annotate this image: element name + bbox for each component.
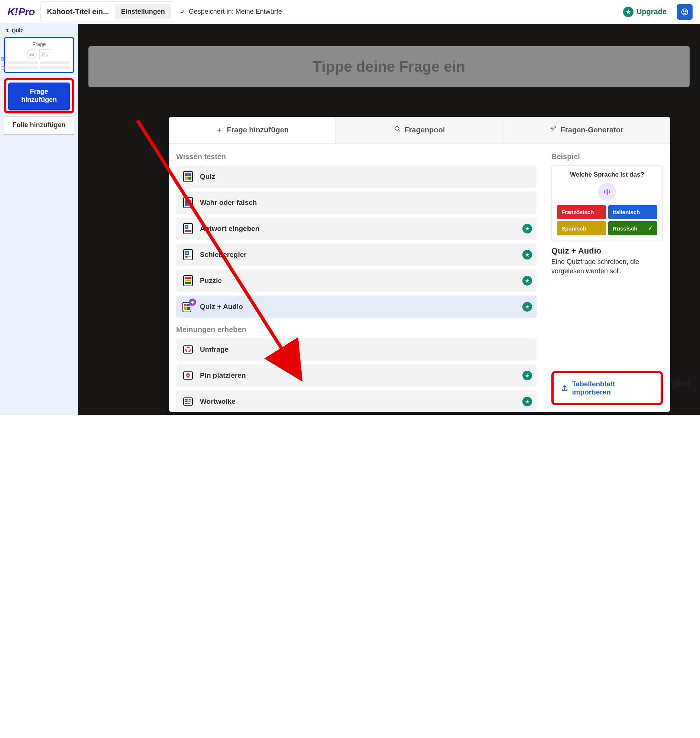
svg-point-2 xyxy=(685,10,686,12)
svg-rect-25 xyxy=(185,280,191,281)
svg-rect-41 xyxy=(189,399,191,401)
section-opinion: Meinungen erheben xyxy=(176,325,537,334)
example-answer-4: Russisch✓ xyxy=(608,221,657,235)
premium-icon: ★ xyxy=(522,224,532,233)
option-type-answer[interactable]: T Antwort eingeben ★ xyxy=(176,218,537,240)
true-false-icon xyxy=(181,196,195,209)
svg-point-1 xyxy=(683,10,684,12)
option-true-false[interactable]: Wahr oder falsch xyxy=(176,191,537,214)
check-icon: ✓ xyxy=(648,225,653,231)
audio-icon xyxy=(598,183,616,201)
tab-add-question[interactable]: ＋ Frage hinzufügen xyxy=(169,117,335,143)
svg-rect-32 xyxy=(191,302,192,303)
delete-icon[interactable]: 🗑 xyxy=(1,64,6,70)
svg-rect-10 xyxy=(188,177,191,180)
import-spreadsheet-button[interactable]: Tabellenblatt importieren xyxy=(551,371,663,405)
slides-sidebar: 1 Quiz Frage 20 ⧉ 🗑 Frage hinzufügen Fol… xyxy=(0,24,78,415)
svg-point-4 xyxy=(44,53,45,54)
svg-rect-40 xyxy=(185,399,188,401)
example-answer-2: Italienisch xyxy=(608,205,657,219)
thumb-image-placeholder xyxy=(40,49,51,59)
svg-point-38 xyxy=(187,374,189,376)
slide-label: 1 Quiz xyxy=(4,28,74,34)
add-question-button[interactable]: Frage hinzufügen xyxy=(8,82,70,109)
svg-point-5 xyxy=(395,127,399,131)
slide-thumbnail[interactable]: Frage 20 xyxy=(4,37,74,73)
theme-button[interactable] xyxy=(677,4,693,20)
svg-rect-33 xyxy=(192,301,193,304)
saved-label: Gespeichert in: Meine Entwürfe xyxy=(189,8,282,16)
logo-pro: Pro xyxy=(19,6,35,18)
svg-rect-7 xyxy=(185,173,188,176)
import-label: Tabellenblatt importieren xyxy=(572,380,653,396)
duplicate-icon[interactable]: ⧉ xyxy=(1,56,6,62)
poll-icon xyxy=(181,343,195,356)
premium-icon: ★ xyxy=(522,276,532,286)
svg-rect-9 xyxy=(185,177,188,180)
option-wordcloud[interactable]: Wortwolke ★ xyxy=(176,390,537,412)
side-panel-peek: gen xyxy=(671,377,690,389)
example-label: Beispiel xyxy=(551,152,663,161)
svg-rect-17 xyxy=(185,230,191,232)
option-puzzle[interactable]: Puzzle ★ xyxy=(176,270,537,292)
slider-icon: 10 xyxy=(181,248,195,261)
pin-icon xyxy=(181,369,195,382)
upgrade-link[interactable]: ★ Upgrade xyxy=(623,7,666,17)
magic-icon xyxy=(550,126,557,134)
svg-rect-13 xyxy=(188,200,191,206)
kahoot-title: Kahoot-Titel ein... xyxy=(44,7,112,16)
example-card: Welche Sprache ist das? Französisch Ital… xyxy=(551,165,663,241)
svg-rect-42 xyxy=(185,401,187,402)
question-type-list: Wissen testen Quiz Wahr oder falsch T An… xyxy=(169,143,544,412)
example-question: Welche Sprache ist das? xyxy=(570,171,644,178)
question-input-placeholder[interactable]: Tippe deine Frage ein xyxy=(88,46,690,87)
svg-rect-28 xyxy=(184,304,187,306)
thumb-title: Frage xyxy=(32,41,46,47)
option-poll[interactable]: Umfrage xyxy=(176,338,537,361)
option-pin[interactable]: Pin platzieren ★ xyxy=(176,364,537,387)
svg-rect-30 xyxy=(184,307,187,310)
add-slide-button[interactable]: Folie hinzufügen xyxy=(4,116,74,134)
quiz-icon xyxy=(181,170,195,183)
tab-question-generator[interactable]: Fragen-Generator xyxy=(503,117,670,143)
svg-rect-24 xyxy=(185,277,191,279)
tab-question-pool[interactable]: Fragenpool xyxy=(335,117,503,143)
editor-canvas: Tippe deine Frage ein gen ＋ Frage hinzuf… xyxy=(78,24,700,415)
option-quiz-audio[interactable]: Quiz + Audio ★ xyxy=(176,296,537,318)
modal-tabs: ＋ Frage hinzufügen Fragenpool Fragen-Gen… xyxy=(169,117,670,143)
puzzle-icon xyxy=(181,274,195,287)
search-icon xyxy=(394,126,401,134)
option-slider[interactable]: 10 Schieberegler ★ xyxy=(176,243,537,266)
example-answer-1: Französisch xyxy=(557,205,606,219)
star-icon: ★ xyxy=(623,7,634,17)
check-icon: ✓ xyxy=(180,8,186,16)
svg-rect-43 xyxy=(187,401,191,402)
slide-side-icons: ⧉ 🗑 xyxy=(1,56,6,70)
logo-k: K! xyxy=(7,6,18,18)
thumb-answers xyxy=(8,61,70,69)
premium-icon: ★ xyxy=(522,250,532,259)
svg-rect-8 xyxy=(188,173,191,176)
main-area: 1 Quiz Frage 20 ⧉ 🗑 Frage hinzufügen Fol… xyxy=(0,24,700,415)
highlight-add-question: Frage hinzufügen xyxy=(4,78,74,113)
example-heading: Quiz + Audio xyxy=(551,246,663,256)
svg-rect-31 xyxy=(187,307,190,310)
app-header: K! Pro Kahoot-Titel ein... Einstellungen… xyxy=(0,0,700,24)
settings-button[interactable]: Einstellungen xyxy=(115,4,171,19)
premium-icon: ★ xyxy=(522,371,532,380)
svg-text:T: T xyxy=(185,225,187,229)
svg-rect-26 xyxy=(185,282,191,284)
svg-rect-52 xyxy=(607,189,608,195)
add-question-modal: ＋ Frage hinzufügen Fragenpool Fragen-Gen… xyxy=(169,117,670,412)
example-desc: Eine Quizfrage schreiben, die vorgelesen… xyxy=(551,257,663,276)
option-quiz[interactable]: Quiz xyxy=(176,165,537,188)
title-box[interactable]: Kahoot-Titel ein... Einstellungen xyxy=(41,1,174,22)
premium-icon: ★ xyxy=(522,397,532,407)
type-answer-icon: T xyxy=(181,222,195,235)
wordcloud-icon xyxy=(181,395,195,408)
upgrade-label: Upgrade xyxy=(637,7,666,16)
logo: K! Pro xyxy=(7,6,35,18)
plus-icon: ＋ xyxy=(216,125,223,135)
svg-point-0 xyxy=(682,9,688,15)
svg-rect-34 xyxy=(193,302,194,303)
